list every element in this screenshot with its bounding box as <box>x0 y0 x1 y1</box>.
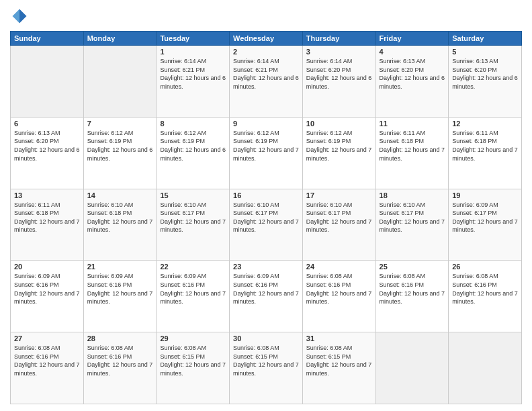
calendar-week-row: 20Sunrise: 6:09 AMSunset: 6:16 PMDayligh… <box>11 261 522 332</box>
day-info: Sunrise: 6:13 AMSunset: 6:20 PMDaylight:… <box>380 57 445 91</box>
day-number: 29 <box>160 334 226 342</box>
day-info: Sunrise: 6:14 AMSunset: 6:20 PMDaylight:… <box>306 57 372 91</box>
weekday-header: Saturday <box>449 32 522 46</box>
calendar-cell: 19Sunrise: 6:09 AMSunset: 6:17 PMDayligh… <box>449 189 522 261</box>
calendar-cell: 22Sunrise: 6:09 AMSunset: 6:16 PMDayligh… <box>157 261 230 332</box>
calendar-cell: 21Sunrise: 6:09 AMSunset: 6:16 PMDayligh… <box>83 261 157 332</box>
calendar-cell: 12Sunrise: 6:11 AMSunset: 6:18 PMDayligh… <box>449 117 522 189</box>
day-info: Sunrise: 6:13 AMSunset: 6:20 PMDaylight:… <box>14 129 80 163</box>
day-number: 24 <box>306 263 372 271</box>
day-number: 14 <box>87 191 153 199</box>
calendar-header: SundayMondayTuesdayWednesdayThursdayFrid… <box>11 32 522 46</box>
day-number: 17 <box>306 191 372 199</box>
weekday-header: Friday <box>375 32 449 46</box>
day-number: 28 <box>87 334 153 342</box>
day-info: Sunrise: 6:14 AMSunset: 6:21 PMDaylight:… <box>160 57 226 91</box>
day-info: Sunrise: 6:11 AMSunset: 6:18 PMDaylight:… <box>14 201 80 234</box>
calendar-cell: 11Sunrise: 6:11 AMSunset: 6:18 PMDayligh… <box>375 117 449 189</box>
calendar-cell <box>83 46 157 118</box>
day-number: 5 <box>452 48 518 56</box>
day-info: Sunrise: 6:12 AMSunset: 6:19 PMDaylight:… <box>87 129 153 163</box>
weekday-header: Wednesday <box>230 32 303 46</box>
day-number: 6 <box>14 120 80 128</box>
day-number: 11 <box>380 120 445 128</box>
day-info: Sunrise: 6:09 AMSunset: 6:16 PMDaylight:… <box>87 272 153 306</box>
calendar-cell: 15Sunrise: 6:10 AMSunset: 6:17 PMDayligh… <box>157 189 230 261</box>
day-info: Sunrise: 6:11 AMSunset: 6:18 PMDaylight:… <box>452 129 518 163</box>
calendar-cell: 27Sunrise: 6:08 AMSunset: 6:16 PMDayligh… <box>11 332 84 404</box>
day-info: Sunrise: 6:09 AMSunset: 6:16 PMDaylight:… <box>14 272 80 306</box>
calendar-week-row: 27Sunrise: 6:08 AMSunset: 6:16 PMDayligh… <box>11 332 522 404</box>
calendar-cell: 1Sunrise: 6:14 AMSunset: 6:21 PMDaylight… <box>157 46 230 118</box>
day-number: 31 <box>306 334 372 342</box>
calendar-cell <box>375 332 449 404</box>
day-info: Sunrise: 6:08 AMSunset: 6:15 PMDaylight:… <box>306 344 372 377</box>
day-info: Sunrise: 6:13 AMSunset: 6:20 PMDaylight:… <box>452 57 518 91</box>
day-number: 3 <box>306 48 372 56</box>
day-number: 16 <box>233 191 299 199</box>
day-number: 8 <box>160 120 226 128</box>
svg-marker-1 <box>13 9 20 24</box>
calendar-cell: 28Sunrise: 6:08 AMSunset: 6:16 PMDayligh… <box>83 332 157 404</box>
day-info: Sunrise: 6:08 AMSunset: 6:15 PMDaylight:… <box>160 344 226 377</box>
calendar-week-row: 13Sunrise: 6:11 AMSunset: 6:18 PMDayligh… <box>11 189 522 261</box>
day-info: Sunrise: 6:12 AMSunset: 6:19 PMDaylight:… <box>233 129 299 163</box>
calendar-cell: 20Sunrise: 6:09 AMSunset: 6:16 PMDayligh… <box>11 261 84 332</box>
day-number: 10 <box>306 120 372 128</box>
calendar-cell: 5Sunrise: 6:13 AMSunset: 6:20 PMDaylight… <box>449 46 522 118</box>
calendar-cell: 6Sunrise: 6:13 AMSunset: 6:20 PMDaylight… <box>11 117 84 189</box>
calendar-cell: 17Sunrise: 6:10 AMSunset: 6:17 PMDayligh… <box>302 189 375 261</box>
day-number: 12 <box>452 120 518 128</box>
day-info: Sunrise: 6:09 AMSunset: 6:17 PMDaylight:… <box>452 201 518 234</box>
weekday-header: Monday <box>83 32 157 46</box>
day-number: 7 <box>87 120 153 128</box>
calendar-cell: 3Sunrise: 6:14 AMSunset: 6:20 PMDaylight… <box>302 46 375 118</box>
day-info: Sunrise: 6:10 AMSunset: 6:17 PMDaylight:… <box>233 201 299 234</box>
day-number: 4 <box>380 48 445 56</box>
day-number: 25 <box>380 263 445 271</box>
day-number: 20 <box>14 263 80 271</box>
calendar-body: 1Sunrise: 6:14 AMSunset: 6:21 PMDaylight… <box>11 46 522 404</box>
calendar-cell: 26Sunrise: 6:08 AMSunset: 6:16 PMDayligh… <box>449 261 522 332</box>
page-header <box>10 7 522 26</box>
day-number: 21 <box>87 263 153 271</box>
calendar-week-row: 1Sunrise: 6:14 AMSunset: 6:21 PMDaylight… <box>11 46 522 118</box>
calendar-cell: 4Sunrise: 6:13 AMSunset: 6:20 PMDaylight… <box>375 46 449 118</box>
day-number: 26 <box>452 263 518 271</box>
day-info: Sunrise: 6:08 AMSunset: 6:16 PMDaylight:… <box>306 272 372 306</box>
day-number: 19 <box>452 191 518 199</box>
weekday-header: Tuesday <box>157 32 230 46</box>
day-info: Sunrise: 6:14 AMSunset: 6:21 PMDaylight:… <box>233 57 299 91</box>
calendar-cell: 18Sunrise: 6:10 AMSunset: 6:17 PMDayligh… <box>375 189 449 261</box>
day-info: Sunrise: 6:10 AMSunset: 6:17 PMDaylight:… <box>380 201 445 234</box>
day-info: Sunrise: 6:11 AMSunset: 6:18 PMDaylight:… <box>380 129 445 163</box>
calendar-cell: 10Sunrise: 6:12 AMSunset: 6:19 PMDayligh… <box>302 117 375 189</box>
calendar-cell: 8Sunrise: 6:12 AMSunset: 6:19 PMDaylight… <box>157 117 230 189</box>
calendar-cell: 29Sunrise: 6:08 AMSunset: 6:15 PMDayligh… <box>157 332 230 404</box>
calendar-cell: 24Sunrise: 6:08 AMSunset: 6:16 PMDayligh… <box>302 261 375 332</box>
calendar-table: SundayMondayTuesdayWednesdayThursdayFrid… <box>10 31 522 404</box>
logo-icon <box>10 7 29 26</box>
calendar-cell <box>11 46 84 118</box>
day-info: Sunrise: 6:08 AMSunset: 6:16 PMDaylight:… <box>452 272 518 306</box>
day-number: 2 <box>233 48 299 56</box>
day-info: Sunrise: 6:08 AMSunset: 6:15 PMDaylight:… <box>233 344 299 377</box>
calendar-cell: 7Sunrise: 6:12 AMSunset: 6:19 PMDaylight… <box>83 117 157 189</box>
weekday-header: Sunday <box>11 32 84 46</box>
calendar-page: SundayMondayTuesdayWednesdayThursdayFrid… <box>0 0 532 411</box>
day-number: 15 <box>160 191 226 199</box>
day-info: Sunrise: 6:10 AMSunset: 6:17 PMDaylight:… <box>306 201 372 234</box>
day-number: 27 <box>14 334 80 342</box>
day-number: 22 <box>160 263 226 271</box>
calendar-cell: 16Sunrise: 6:10 AMSunset: 6:17 PMDayligh… <box>230 189 303 261</box>
calendar-cell: 9Sunrise: 6:12 AMSunset: 6:19 PMDaylight… <box>230 117 303 189</box>
calendar-cell: 14Sunrise: 6:10 AMSunset: 6:18 PMDayligh… <box>83 189 157 261</box>
logo <box>10 7 32 26</box>
calendar-cell: 23Sunrise: 6:09 AMSunset: 6:16 PMDayligh… <box>230 261 303 332</box>
calendar-week-row: 6Sunrise: 6:13 AMSunset: 6:20 PMDaylight… <box>11 117 522 189</box>
day-info: Sunrise: 6:10 AMSunset: 6:17 PMDaylight:… <box>160 201 226 234</box>
calendar-cell <box>449 332 522 404</box>
day-info: Sunrise: 6:10 AMSunset: 6:18 PMDaylight:… <box>87 201 153 234</box>
day-number: 9 <box>233 120 299 128</box>
calendar-cell: 30Sunrise: 6:08 AMSunset: 6:15 PMDayligh… <box>230 332 303 404</box>
